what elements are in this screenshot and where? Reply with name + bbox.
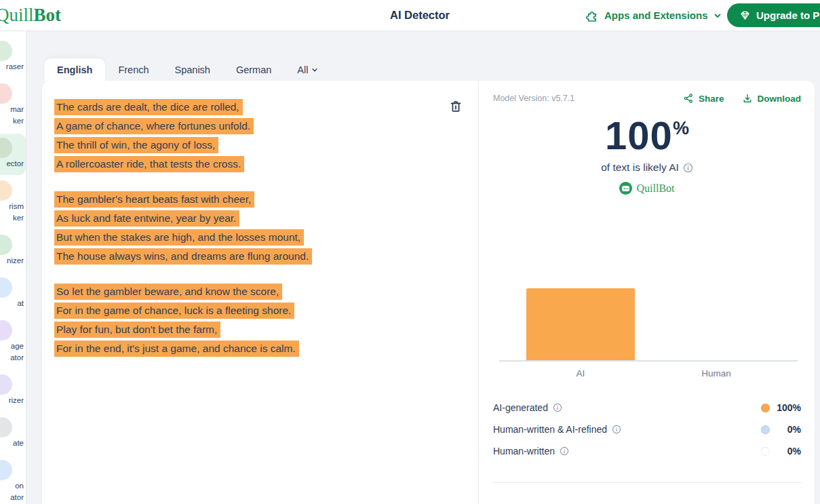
logo-bot: Bot xyxy=(34,5,62,25)
chevron-down-icon xyxy=(311,66,318,73)
tool-icon xyxy=(0,417,12,438)
delete-text-button[interactable] xyxy=(447,98,465,116)
info-icon[interactable] xyxy=(560,446,569,456)
legend-value-ai: 100% xyxy=(770,402,801,413)
tool-label: age xyxy=(11,341,24,352)
info-icon[interactable] xyxy=(612,425,621,434)
tool-icon xyxy=(0,235,12,255)
highlighted-line[interactable]: The thrill of win, the agony of loss, xyxy=(54,137,218,153)
tab-english[interactable]: English xyxy=(44,58,105,81)
highlighted-line[interactable]: A rollercoaster ride, that tests the cro… xyxy=(54,156,244,172)
sidebar-item[interactable]: ate xyxy=(0,413,26,454)
ai-axis-label: AI xyxy=(513,368,648,379)
gem-icon xyxy=(739,9,751,21)
upgrade-label: Upgrade to Premium xyxy=(756,9,820,21)
tool-label: ker xyxy=(13,115,24,127)
upgrade-to-premium-button[interactable]: Upgrade to Premium xyxy=(727,3,820,27)
download-label: Download xyxy=(758,94,802,104)
share-label: Share xyxy=(699,94,724,104)
ai-score: 100% xyxy=(493,116,801,155)
score-caption: of text is likely AI xyxy=(601,161,679,174)
tool-label: ator xyxy=(10,352,24,364)
highlighted-line[interactable]: For in the game of chance, luck is a fle… xyxy=(54,303,294,319)
logo-quill: Quill xyxy=(0,5,34,25)
highlighted-line[interactable]: But when the stakes are high, and the lo… xyxy=(54,229,304,246)
sidebar-item[interactable]: rizer xyxy=(0,370,26,412)
highlighted-line[interactable]: So let the gambler beware, and know the … xyxy=(54,284,282,300)
share-button[interactable]: Share xyxy=(683,93,724,104)
legend-row-human-ai-refined: Human-written & AI-refined 0% xyxy=(493,419,801,440)
puzzle-icon xyxy=(586,9,599,22)
tool-label: ker xyxy=(13,212,24,224)
tool-icon xyxy=(0,374,12,395)
tab-all-languages[interactable]: All xyxy=(284,58,331,81)
tab-german[interactable]: German xyxy=(223,58,284,81)
tool-label: ate xyxy=(13,438,24,449)
sidebar-item[interactable]: rismker xyxy=(0,176,26,229)
sidebar-item[interactable]: ector xyxy=(0,134,26,175)
download-button[interactable]: Download xyxy=(742,93,802,104)
tool-label: ator xyxy=(10,492,24,503)
results-panel: Model Version: v5.7.1 Share xyxy=(479,81,815,504)
highlighted-line[interactable]: The house always wins, and dreams are fl… xyxy=(54,248,312,265)
legend-dot-refined xyxy=(761,425,770,434)
tool-label: ector xyxy=(6,158,24,170)
tool-label: rism xyxy=(9,201,24,212)
score-unit: % xyxy=(673,118,689,138)
tool-label: mar xyxy=(10,104,24,115)
download-icon xyxy=(742,93,753,104)
text-editor[interactable]: The cards are dealt, the dice are rolled… xyxy=(42,81,478,504)
tool-label: on xyxy=(15,480,24,492)
legend-value-refined: 0% xyxy=(770,424,801,435)
tool-label: nizer xyxy=(7,255,24,267)
poem-stanza: The gambler's heart beats fast with chee… xyxy=(54,191,448,265)
legend-dot-human xyxy=(761,447,770,456)
highlighted-line[interactable]: For in the end, it's just a game, and ch… xyxy=(54,341,299,357)
highlighted-line[interactable]: Play for fun, but don't bet the farm, xyxy=(54,322,220,338)
quillbot-logo[interactable]: QuillBot xyxy=(0,5,61,26)
highlighted-line[interactable]: As luck and fate entwine, year by year. xyxy=(54,210,239,227)
sidebar-item[interactable]: onator xyxy=(0,456,26,504)
sidebar-item[interactable]: nizer xyxy=(0,231,26,272)
detector-card: The cards are dealt, the dice are rolled… xyxy=(42,81,815,504)
highlighted-line[interactable]: The cards are dealt, the dice are rolled… xyxy=(54,99,243,115)
tool-icon xyxy=(0,277,12,298)
legend-row-human-written: Human-written 0% xyxy=(493,440,801,462)
tool-label: at xyxy=(17,298,24,309)
x-axis xyxy=(499,360,798,362)
score-value: 100 xyxy=(605,113,673,157)
tool-icon xyxy=(0,180,12,201)
legend-value-human: 0% xyxy=(770,446,801,457)
tools-sidebar: rasermarkerectorrismkernizeratageatorriz… xyxy=(0,31,26,504)
tool-icon xyxy=(0,83,12,104)
poem-stanza: The cards are dealt, the dice are rolled… xyxy=(54,99,448,172)
detection-bar-chart: AI Human xyxy=(499,287,798,379)
highlighted-line[interactable]: The gambler's heart beats fast with chee… xyxy=(54,191,254,208)
tool-label: rizer xyxy=(9,395,24,406)
tool-label: raser xyxy=(6,61,24,73)
tool-icon xyxy=(0,460,12,480)
section-divider xyxy=(493,482,801,483)
watermark-label: QuillBot xyxy=(636,182,674,195)
sidebar-item[interactable]: marker xyxy=(0,79,26,132)
page-title: AI Detector xyxy=(390,9,450,22)
tool-icon xyxy=(0,138,12,158)
highlighted-line[interactable]: A game of chance, where fortunes unfold. xyxy=(54,118,254,134)
info-icon[interactable] xyxy=(683,163,693,173)
apps-and-extensions-menu[interactable]: Apps and Extensions xyxy=(585,6,723,24)
sidebar-item[interactable]: ageator xyxy=(0,316,26,369)
ai-bar[interactable] xyxy=(526,288,635,360)
sidebar-item[interactable]: at xyxy=(0,273,26,315)
quillbot-watermark: QuillBot xyxy=(493,182,801,195)
language-tabs: English French Spanish German All xyxy=(44,58,331,81)
apps-and-extensions-label: Apps and Extensions xyxy=(604,9,708,21)
quillbot-robot-icon xyxy=(619,182,632,195)
tab-french[interactable]: French xyxy=(105,58,161,81)
tool-icon xyxy=(0,320,12,341)
top-header: QuillBot AI Detector Apps and Extensions… xyxy=(0,0,820,31)
info-icon[interactable] xyxy=(553,403,562,412)
sidebar-item[interactable]: raser xyxy=(0,37,26,78)
model-version-label: Model Version: v5.7.1 xyxy=(493,94,574,103)
tab-spanish[interactable]: Spanish xyxy=(162,58,223,81)
legend-dot-ai xyxy=(761,404,770,412)
